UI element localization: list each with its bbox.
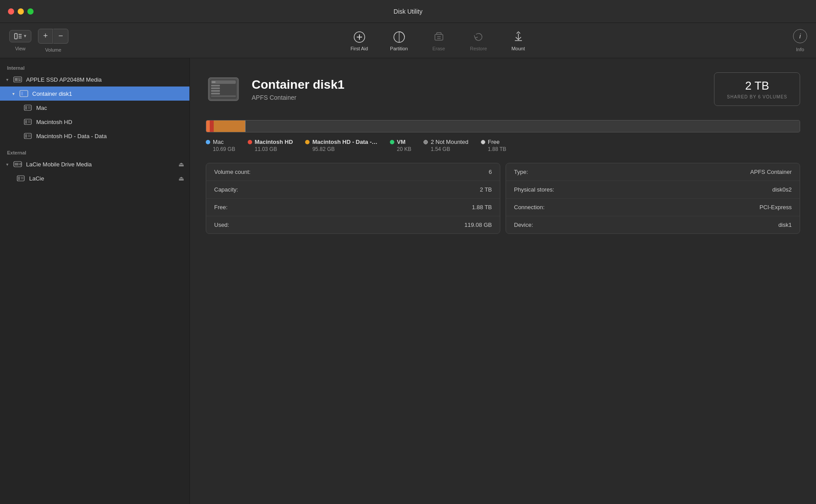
partition-icon	[392, 30, 406, 44]
svg-point-37	[19, 163, 21, 165]
info-val-free: 1.88 TB	[472, 204, 492, 211]
info-row-device: Device: disk1	[506, 216, 800, 233]
sidebar-item-label: APPLE SSD AP2048M Media	[26, 76, 102, 83]
info-row-physical-stores: Physical stores: disk0s2	[506, 181, 800, 199]
eject-icon[interactable]: ⏏	[178, 161, 184, 168]
legend-hd-data-dot	[305, 140, 310, 144]
bar-macintosh-hd-data	[214, 120, 245, 132]
legend-hd-top: Macintosh HD	[248, 139, 293, 145]
partition-label: Partition	[390, 46, 408, 51]
chevron-icon: ▾	[6, 162, 8, 167]
svg-rect-22	[21, 92, 23, 95]
legend-vm: VM 20 KB	[390, 139, 412, 152]
volume-icon	[23, 103, 33, 113]
info-row-type: Type: APFS Container	[506, 163, 800, 181]
legend-vm-top: VM	[390, 139, 412, 145]
legend-vm-name: VM	[397, 139, 406, 145]
info-val-type: APFS Container	[750, 169, 792, 175]
view-label: View	[15, 46, 26, 51]
remove-volume-button[interactable]: −	[53, 29, 68, 44]
erase-icon	[432, 30, 446, 44]
eject-icon[interactable]: ⏏	[178, 175, 184, 182]
info-key-volume-count: Volume count:	[214, 169, 250, 175]
info-button[interactable]: i Info	[793, 29, 807, 52]
disk-name: Container disk1	[252, 77, 703, 92]
window-controls	[8, 8, 34, 15]
disk-drive-icon	[13, 75, 23, 84]
add-volume-button[interactable]: +	[38, 29, 53, 44]
legend-mac-top: Mac	[206, 139, 235, 145]
mount-button[interactable]: Mount	[503, 27, 534, 54]
toolbar: ▾ View + − Volume First Aid	[0, 23, 816, 58]
legend-vm-size: 20 KB	[390, 146, 412, 152]
legend-mac-dot	[206, 140, 210, 144]
info-row-used: Used: 119.08 GB	[206, 216, 500, 233]
sidebar-item-mac[interactable]: Mac	[0, 101, 189, 115]
info-val-used: 119.08 GB	[465, 222, 492, 228]
bar-mac	[206, 120, 210, 132]
disk-image	[206, 71, 241, 107]
restore-icon	[472, 30, 486, 44]
svg-point-19	[19, 80, 20, 81]
toolbar-volume-item: + − Volume	[38, 29, 68, 53]
toolbar-view-item: ▾ View	[7, 30, 34, 51]
storage-legend: Mac 10.69 GB Macintosh HD 11.03 GB Macin…	[206, 139, 800, 152]
info-row-connection: Connection: PCI-Express	[506, 199, 800, 216]
close-button[interactable]	[8, 8, 14, 15]
chevron-icon: ▾	[12, 91, 15, 96]
legend-hd-data-top: Macintosh HD - Data -…	[305, 139, 377, 145]
sidebar-item-label: Mac	[36, 105, 47, 111]
first-aid-icon	[352, 30, 366, 44]
content-area: Container disk1 APFS Container 2 TB SHAR…	[190, 58, 816, 504]
sidebar-item-lacie[interactable]: LaCie ⏏	[0, 171, 189, 185]
info-key-device: Device:	[514, 222, 533, 228]
legend-mac-size: 10.69 GB	[206, 146, 235, 152]
info-icon: i	[793, 29, 807, 43]
erase-button[interactable]: Erase	[423, 27, 454, 54]
minimize-button[interactable]	[18, 8, 24, 15]
sidebar-item-label: Container disk1	[32, 90, 72, 97]
sidebar: Internal ▾ APPLE SSD AP2048M Media ▾ Con…	[0, 58, 190, 504]
mount-label: Mount	[511, 46, 525, 51]
restore-button[interactable]: Restore	[463, 27, 494, 54]
legend-mac: Mac 10.69 GB	[206, 139, 235, 152]
disk-info: Container disk1 APFS Container	[252, 77, 703, 101]
disk-subtitle: APFS Container	[252, 94, 703, 101]
svg-rect-45	[211, 85, 220, 87]
legend-macintosh-hd: Macintosh HD 11.03 GB	[248, 139, 293, 152]
info-key-type: Type:	[514, 169, 528, 175]
window-title: Disk Utility	[393, 8, 422, 15]
view-button[interactable]: ▾	[9, 30, 31, 42]
svg-rect-39	[18, 177, 20, 180]
sidebar-item-macintosh-hd[interactable]: Macintosh HD	[0, 115, 189, 129]
legend-nm-size: 1.54 GB	[423, 146, 468, 152]
main-layout: Internal ▾ APPLE SSD AP2048M Media ▾ Con…	[0, 58, 816, 504]
legend-hd-data-name: Macintosh HD - Data -…	[312, 139, 377, 145]
legend-free: Free 1.88 TB	[481, 139, 506, 152]
sidebar-item-lacie-media[interactable]: ▾ LaCie Mobile Drive Media ⏏	[0, 157, 189, 171]
maximize-button[interactable]	[27, 8, 34, 15]
partition-button[interactable]: Partition	[384, 27, 415, 54]
info-val-device: disk1	[778, 222, 792, 228]
info-val-physical-stores: disk0s2	[772, 186, 792, 193]
legend-free-dot	[481, 140, 485, 144]
first-aid-label: First Aid	[351, 46, 368, 51]
internal-section-label: Internal	[0, 64, 189, 72]
bar-macintosh-hd	[210, 120, 214, 132]
info-row-free: Free: 1.88 TB	[206, 199, 500, 216]
sidebar-item-container-disk1[interactable]: ▾ Container disk1	[0, 87, 189, 101]
info-key-used: Used:	[214, 222, 229, 228]
volume-label: Volume	[45, 47, 61, 53]
legend-free-top: Free	[481, 139, 506, 145]
sidebar-item-macintosh-hd-data[interactable]: Macintosh HD - Data - Data	[0, 129, 189, 143]
sidebar-item-label: LaCie	[29, 175, 44, 182]
disk-header: Container disk1 APFS Container 2 TB SHAR…	[206, 71, 800, 107]
sidebar-item-label: Macintosh HD	[36, 119, 72, 125]
legend-hd-data-size: 95.82 GB	[305, 146, 377, 152]
info-key-connection: Connection:	[514, 204, 544, 211]
erase-label: Erase	[432, 46, 445, 51]
first-aid-button[interactable]: First Aid	[344, 27, 375, 54]
svg-rect-9	[435, 34, 443, 40]
legend-hd-dot	[248, 140, 252, 144]
sidebar-item-apple-ssd[interactable]: ▾ APPLE SSD AP2048M Media	[0, 72, 189, 87]
